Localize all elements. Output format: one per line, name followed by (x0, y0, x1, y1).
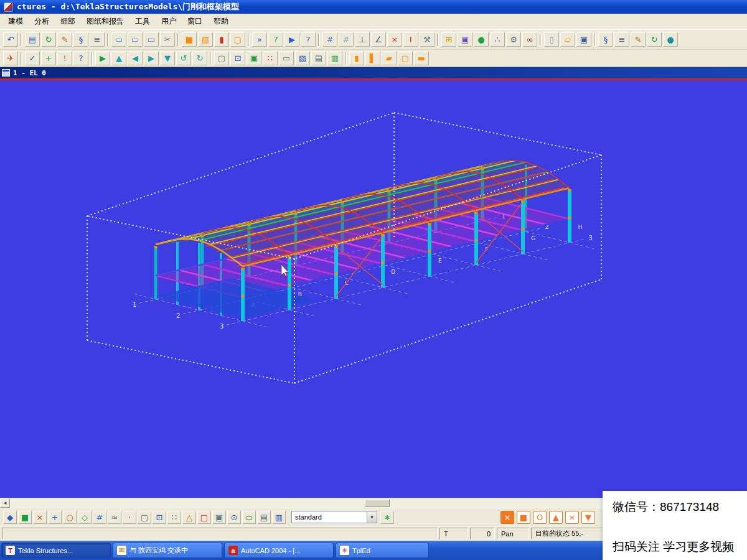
cut-icon[interactable]: ✂ (160, 32, 175, 47)
delete-icon[interactable]: × (387, 32, 402, 47)
create-beam-icon[interactable]: ▮ (349, 51, 364, 65)
new-model-icon[interactable]: ▯ (544, 32, 559, 47)
combo-dropdown-arrow-icon[interactable]: ▼ (367, 511, 377, 523)
view-plane-icon[interactable]: ▭ (144, 32, 159, 47)
measure-icon[interactable]: ∞ (522, 32, 537, 47)
snap-any-icon[interactable]: · (123, 511, 136, 524)
phases-icon[interactable]: § (73, 32, 88, 47)
select-all-icon[interactable]: ▢ (138, 511, 151, 524)
select-all-switch-icon[interactable]: ▢ (214, 51, 229, 65)
select-parts-icon[interactable]: ⊡ (153, 511, 166, 524)
create-panel-icon[interactable]: ▢ (398, 51, 413, 65)
publish-icon[interactable]: ● (663, 32, 678, 47)
pan-right-icon[interactable]: ▶ (144, 51, 159, 65)
fly-through-icon[interactable]: ✈ (3, 51, 18, 65)
create-column-icon[interactable]: ▌ (365, 51, 380, 65)
menu-item-user[interactable]: 用户 (156, 14, 182, 29)
select-surfaces-switch-icon[interactable]: ▣ (247, 51, 261, 65)
select-points-icon[interactable]: ∷ (167, 511, 181, 524)
select-bolts-icon[interactable]: □ (197, 511, 211, 524)
select-parts-switch-icon[interactable]: ⊡ (230, 51, 245, 65)
drawing-standard-select[interactable]: standard ▼ (291, 511, 377, 523)
cancel-tool-icon[interactable]: × (565, 511, 579, 524)
menu-item-window[interactable]: 窗口 (182, 14, 208, 29)
circle-tool-icon[interactable]: O (533, 511, 547, 524)
create-point-icon[interactable]: ■ (182, 32, 197, 47)
repair-icon[interactable]: ! (57, 51, 72, 65)
snapshot-icon[interactable]: § (598, 32, 613, 47)
snap-grid-icon[interactable]: # (93, 511, 106, 524)
check-database-icon[interactable]: ✓ (25, 51, 40, 65)
snap-nearest-icon[interactable]: ≈ (108, 511, 121, 524)
snap-intersections-icon[interactable]: × (33, 511, 47, 524)
pick-icon[interactable]: ▶ (284, 32, 299, 47)
new-view-icon[interactable]: ▭ (128, 32, 143, 47)
taskbar-button-tpled[interactable]: ∗ TplEd (336, 543, 429, 558)
hammer-icon[interactable]: ⚒ (420, 32, 435, 47)
template-editor-icon[interactable]: ✎ (631, 32, 646, 47)
snap-lines-icon[interactable]: ■ (18, 511, 32, 524)
component-catalog-icon[interactable]: ⊞ (441, 32, 456, 47)
snap-points-icon[interactable]: ◆ (3, 511, 17, 524)
select-views-icon[interactable]: ▥ (272, 511, 286, 524)
select-components-icon[interactable]: ▣ (212, 511, 226, 524)
scrollbar-thumb[interactable] (365, 499, 390, 507)
macros-icon[interactable]: ▣ (458, 32, 472, 47)
snap-ends-icon[interactable]: ◇ (78, 511, 92, 524)
taskbar-button-tekla[interactable]: T Tekla Structures... (1, 543, 111, 558)
interrupt-icon[interactable]: × (500, 511, 514, 524)
select-points-switch-icon[interactable]: ∷ (263, 51, 278, 65)
scroll-left-button[interactable]: ◄ (0, 498, 10, 508)
menu-item-drawings-reports[interactable]: 图纸和报告 (81, 14, 129, 29)
orthogonal-icon[interactable]: ⊥ (355, 32, 370, 47)
menu-item-help[interactable]: 帮助 (208, 14, 234, 29)
settings-icon[interactable]: ⚙ (506, 32, 521, 47)
select-grids-switch-icon[interactable]: ▤ (311, 51, 326, 65)
pan-down-icon[interactable]: ▼ (160, 51, 175, 65)
pan-up-icon[interactable]: ▲ (111, 51, 126, 65)
open-model-icon[interactable]: ▱ (560, 32, 575, 47)
link-icon[interactable]: ∴ (490, 32, 505, 47)
menu-item-tools[interactable]: 工具 (129, 14, 156, 29)
update-window-icon[interactable]: ↻ (647, 32, 662, 47)
select-areas-switch-icon[interactable]: ▧ (295, 51, 310, 65)
report-icon[interactable]: ≡ (614, 32, 629, 47)
save-model-icon[interactable]: ▣ (576, 32, 591, 47)
grid-icon[interactable]: # (322, 32, 337, 47)
forward-icon[interactable]: » (252, 32, 267, 47)
help-icon[interactable]: ? (73, 51, 88, 65)
select-objects-icon[interactable]: ⊙ (227, 511, 241, 524)
select-assemblies-icon[interactable]: ▭ (242, 511, 256, 524)
view-list-icon[interactable]: ▭ (111, 32, 126, 47)
triangle-tool-icon[interactable]: ▲ (549, 511, 563, 524)
window-titlebar[interactable]: ctures - d:\TeklaStructuresModels\门刚和框架模… (0, 0, 747, 14)
menu-item-analysis[interactable]: 分析 (29, 14, 55, 29)
diagnose-icon[interactable]: + (41, 51, 56, 65)
create-plate-icon[interactable]: ▰ (382, 51, 397, 65)
rotate-ccw-icon[interactable]: ↺ (176, 51, 191, 65)
snap-centers-icon[interactable]: ○ (63, 511, 77, 524)
create-part-icon[interactable]: ▧ (198, 32, 213, 47)
taskbar-button-autocad[interactable]: a AutoCAD 2004 - [... (224, 543, 334, 558)
select-welds-icon[interactable]: △ (182, 511, 196, 524)
stop-tool-icon[interactable]: ■ (517, 511, 530, 524)
report-list-icon[interactable]: ≡ (90, 32, 105, 47)
model-3d-canvas[interactable]: 112233ABCDEFGH (0, 80, 747, 498)
selection-filter-icon[interactable]: ∗ (380, 511, 394, 524)
slope-icon[interactable]: ∠ (371, 32, 386, 47)
menu-item-modeling[interactable]: 建模 (2, 14, 29, 29)
grid-line-icon[interactable]: # (339, 32, 354, 47)
undo-icon[interactable]: ↶ (3, 32, 18, 47)
menu-item-detailing[interactable]: 细部 (55, 14, 81, 29)
viewport-3d[interactable]: 112233ABCDEFGH (0, 80, 747, 498)
select-lines-switch-icon[interactable]: ▭ (279, 51, 294, 65)
create-item-icon[interactable]: ▬ (414, 51, 429, 65)
rotate-cw-icon[interactable]: ↻ (192, 51, 207, 65)
edit-drawing-icon[interactable]: ✎ (57, 32, 72, 47)
walk-mode-icon[interactable]: ▶ (95, 51, 110, 65)
taskbar-button-chat[interactable]: ✉ 与 陕西宝鸡 交谈中 (113, 543, 222, 558)
view-titlebar[interactable]: 1 - EL 0 (0, 67, 747, 78)
select-grids-icon[interactable]: ▤ (257, 511, 271, 524)
context-help-icon[interactable]: ? (301, 32, 316, 47)
pan-left-icon[interactable]: ◀ (128, 51, 143, 65)
